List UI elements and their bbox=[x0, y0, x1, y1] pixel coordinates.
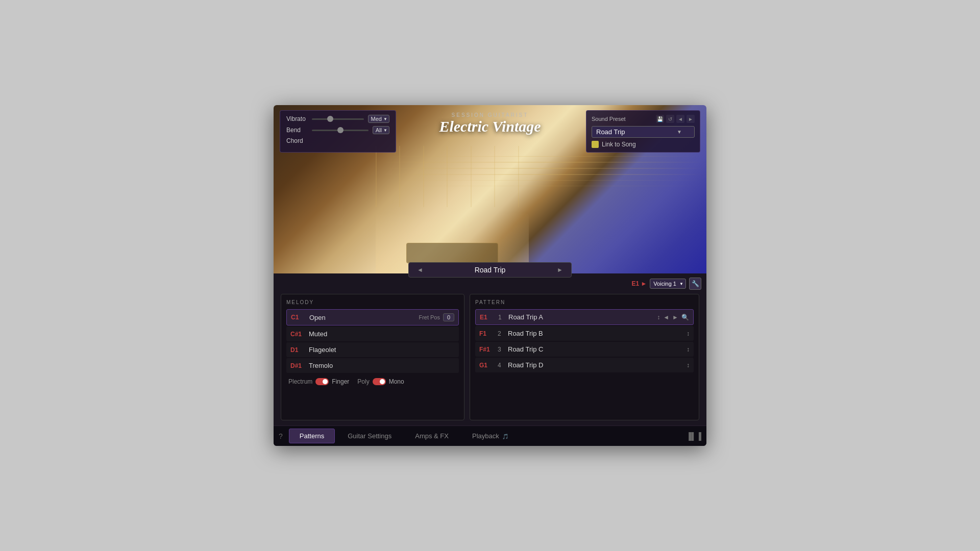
pattern-panel-title: PATTERN bbox=[475, 299, 694, 305]
pat-num-2: 2 bbox=[498, 330, 508, 337]
tab-amps-fx[interactable]: Amps & FX bbox=[404, 429, 459, 443]
note-key-cs1: C#1 bbox=[290, 331, 309, 338]
plectrum-toggle[interactable] bbox=[315, 378, 329, 385]
sound-preset-header: Sound Preset 💾 ↺ ◄ ► bbox=[592, 115, 695, 123]
wrench-button[interactable]: 🔧 bbox=[689, 278, 701, 290]
note-name-cs1: Muted bbox=[309, 330, 455, 338]
tab-patterns[interactable]: Patterns bbox=[289, 429, 335, 443]
vibrato-thumb[interactable] bbox=[327, 116, 333, 122]
finger-label: Finger bbox=[332, 378, 349, 385]
sort-icon-f1[interactable]: ↕ bbox=[687, 330, 690, 337]
preset-save-icon[interactable]: 💾 bbox=[656, 115, 664, 123]
bend-label: Bend bbox=[286, 127, 308, 134]
pat-icons-g1: ↕ bbox=[687, 362, 690, 369]
vibrato-slider[interactable] bbox=[312, 118, 364, 120]
tab-playback[interactable]: Playback 🎵 bbox=[461, 429, 519, 443]
sort-icon-fs1[interactable]: ↕ bbox=[687, 346, 690, 353]
pat-key-e1: E1 bbox=[480, 314, 498, 321]
e1-label[interactable]: E1 ► bbox=[631, 280, 647, 287]
prev-icon-e1[interactable]: ◄ bbox=[663, 314, 669, 321]
pattern-selector-bar: ◄ Road Trip ► bbox=[408, 262, 572, 278]
pattern-row-fs1[interactable]: F#1 3 Road Trip C ↕ bbox=[475, 342, 694, 357]
plectrum-toggle-group: Plectrum Finger bbox=[288, 378, 349, 385]
pattern-row-g1[interactable]: G1 4 Road Trip D ↕ bbox=[475, 358, 694, 372]
pickup bbox=[406, 243, 498, 263]
poly-mono-toggle-group: Poly Mono bbox=[357, 378, 404, 385]
session-guitarist-text: SESSION GUITARIST bbox=[439, 112, 541, 118]
pat-key-fs1: F#1 bbox=[479, 346, 498, 353]
playback-icon: 🎵 bbox=[502, 434, 508, 439]
pat-num-4: 4 bbox=[498, 362, 508, 369]
bend-slider[interactable] bbox=[312, 130, 369, 131]
preset-dropdown[interactable]: Road Trip ▼ bbox=[592, 126, 695, 138]
pattern-name: Road Trip bbox=[431, 266, 549, 274]
main-content: MELODY C1 Open Fret Pos 0 C#1 Muted D1 F… bbox=[274, 273, 706, 425]
preset-next-icon[interactable]: ► bbox=[687, 115, 695, 123]
pat-num-3: 3 bbox=[498, 346, 508, 353]
poly-label: Poly bbox=[357, 378, 369, 385]
preset-prev-icon[interactable]: ◄ bbox=[676, 115, 684, 123]
pat-key-f1: F1 bbox=[479, 330, 498, 337]
meter-icon[interactable]: ▐▌▐ bbox=[686, 432, 701, 440]
pat-name-c: Road Trip C bbox=[508, 345, 687, 353]
link-to-song-row: Link to Song bbox=[592, 141, 695, 148]
pattern-prev-button[interactable]: ◄ bbox=[409, 266, 431, 273]
link-to-song-checkbox[interactable] bbox=[592, 141, 599, 148]
melody-row-cs1[interactable]: C#1 Muted bbox=[286, 327, 459, 341]
vibrato-row: Vibrato Med bbox=[286, 115, 389, 123]
next-icon-e1[interactable]: ► bbox=[672, 314, 678, 321]
pat-icons-fs1: ↕ bbox=[687, 346, 690, 353]
note-key-d1: D1 bbox=[290, 346, 309, 354]
bend-row: Bend All bbox=[286, 126, 389, 134]
poly-mono-toggle[interactable] bbox=[373, 378, 386, 385]
top-overlay: Vibrato Med Bend All bbox=[274, 105, 706, 158]
fret-pos-label: Fret Pos bbox=[419, 314, 440, 320]
voicing-row: E1 ► Voicing 1 🔧 bbox=[631, 278, 701, 290]
search-icon-e1[interactable]: 🔍 bbox=[681, 314, 689, 321]
melody-panel-title: MELODY bbox=[286, 299, 459, 305]
melody-panel: MELODY C1 Open Fret Pos 0 C#1 Muted D1 F… bbox=[281, 294, 464, 420]
plugin-window: Vibrato Med Bend All bbox=[274, 105, 706, 446]
pat-name-b: Road Trip B bbox=[508, 330, 687, 337]
sort-icon-e1[interactable]: ↕ bbox=[657, 314, 660, 321]
pattern-panel: PATTERN E1 1 Road Trip A ↕ ◄ ► 🔍 F1 2 Ro… bbox=[470, 294, 699, 420]
guitar-background: Vibrato Med Bend All bbox=[274, 105, 706, 273]
preset-reset-icon[interactable]: ↺ bbox=[666, 115, 674, 123]
bend-thumb[interactable] bbox=[337, 127, 344, 133]
dropdown-arrow: ▼ bbox=[677, 129, 682, 135]
melody-row-ds1[interactable]: D#1 Tremolo bbox=[286, 358, 459, 373]
electric-vintage-text: Electric Vintage bbox=[439, 118, 541, 135]
melody-row-d1[interactable]: D1 Flageolet bbox=[286, 342, 459, 357]
pattern-row-e1[interactable]: E1 1 Road Trip A ↕ ◄ ► 🔍 bbox=[475, 309, 694, 325]
pat-name-d: Road Trip D bbox=[508, 361, 687, 369]
fret-pos-value[interactable]: 0 bbox=[443, 313, 454, 321]
note-name-c1: Open bbox=[309, 314, 419, 321]
wrench-icon: 🔧 bbox=[692, 280, 699, 287]
note-name-ds1: Tremolo bbox=[309, 362, 455, 369]
help-button[interactable]: ? bbox=[279, 432, 283, 440]
bottom-tabs: ? Patterns Guitar Settings Amps & FX Pla… bbox=[274, 425, 706, 446]
note-key-c1: C1 bbox=[291, 314, 309, 321]
pattern-next-button[interactable]: ► bbox=[549, 266, 571, 273]
pat-key-g1: G1 bbox=[479, 362, 498, 369]
sort-icon-g1[interactable]: ↕ bbox=[687, 362, 690, 369]
bottom-section: ◄ Road Trip ► E1 ► Voicing 1 🔧 MELODY C1… bbox=[274, 273, 706, 446]
pat-num-1: 1 bbox=[498, 314, 508, 321]
pattern-row-f1[interactable]: F1 2 Road Trip B ↕ bbox=[475, 326, 694, 341]
title-area: SESSION GUITARIST Electric Vintage bbox=[439, 105, 541, 135]
note-name-d1: Flageolet bbox=[309, 346, 455, 354]
top-right-panel: Sound Preset 💾 ↺ ◄ ► Road Trip ▼ Link to… bbox=[586, 110, 700, 153]
vibrato-dropdown[interactable]: Med bbox=[368, 115, 389, 123]
bend-dropdown[interactable]: All bbox=[373, 126, 389, 134]
pat-icons-e1: ↕ ◄ ► 🔍 bbox=[657, 314, 689, 321]
voicing-dropdown[interactable]: Voicing 1 bbox=[650, 279, 686, 289]
melody-row-c1[interactable]: C1 Open Fret Pos 0 bbox=[286, 309, 459, 325]
mono-label: Mono bbox=[389, 378, 404, 385]
pat-icons-f1: ↕ bbox=[687, 330, 690, 337]
sound-preset-label: Sound Preset bbox=[592, 116, 626, 122]
preset-icons: 💾 ↺ ◄ ► bbox=[656, 115, 695, 123]
top-left-panel: Vibrato Med Bend All bbox=[280, 110, 396, 153]
plectrum-row: Plectrum Finger Poly Mono bbox=[286, 374, 459, 386]
chord-row: Chord bbox=[286, 137, 389, 144]
tab-guitar-settings[interactable]: Guitar Settings bbox=[337, 429, 402, 443]
